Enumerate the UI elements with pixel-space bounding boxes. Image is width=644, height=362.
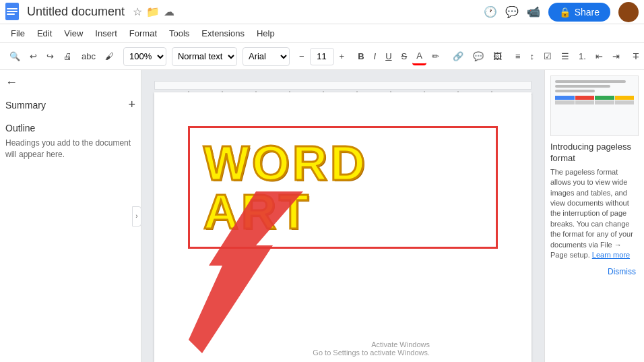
svg-rect-1	[7, 8, 18, 9]
print-button[interactable]: 🖨	[59, 49, 76, 64]
panel-dismiss-section: Dismiss	[550, 264, 639, 279]
menu-insert[interactable]: Insert	[90, 27, 123, 40]
doc-title[interactable]: Untitled document	[27, 5, 125, 19]
sidebar: ← Summary + Outline Headings you add to …	[0, 70, 141, 362]
search-button[interactable]: 🔍	[5, 49, 24, 64]
menu-view[interactable]: View	[59, 27, 88, 40]
bold-button[interactable]: B	[354, 49, 368, 64]
folder-icon[interactable]: 📁	[146, 5, 160, 18]
title-right-section: 🕐 💬 📹 🔒 Share	[484, 2, 639, 22]
main-area: ← Summary + Outline Headings you add to …	[0, 70, 644, 362]
document-page[interactable]: WORD ART	[154, 92, 532, 362]
preview-cell-6	[575, 100, 595, 104]
paint-format-button[interactable]: 🖌	[101, 49, 118, 64]
image-button[interactable]: 🖼	[489, 49, 506, 64]
menu-format[interactable]: Format	[124, 27, 162, 40]
menu-edit[interactable]: Edit	[32, 27, 57, 40]
share-label: Share	[575, 7, 600, 18]
title-bar: Untitled document ☆ 📁 ☁ 🕐 💬 📹 🔒 Share	[0, 0, 644, 24]
sidebar-outline-hint: Headings you add to the document will ap…	[5, 138, 135, 160]
menu-tools[interactable]: Tools	[164, 27, 195, 40]
cloud-icon[interactable]: ☁	[164, 5, 174, 18]
preview-cell-3	[595, 96, 614, 100]
history-icon[interactable]: 🕐	[484, 5, 497, 18]
word-art-text: WORD ART	[203, 139, 482, 236]
star-icon[interactable]: ☆	[133, 5, 142, 18]
menu-file[interactable]: File	[5, 27, 30, 40]
right-panel: Introducing pageless format The pageless…	[544, 70, 644, 362]
svg-rect-2	[7, 11, 18, 12]
text-color-button[interactable]: A	[412, 48, 426, 65]
increase-indent-button[interactable]: ⇥	[608, 49, 624, 64]
clear-formatting-button[interactable]: T̶	[629, 49, 643, 64]
preview-cell-4	[615, 96, 635, 100]
panel-preview	[550, 76, 639, 136]
preview-line-3	[555, 90, 595, 92]
sidebar-outline-section: Outline Headings you add to the document…	[5, 123, 135, 160]
underline-button[interactable]: U	[381, 49, 395, 64]
share-button[interactable]: 🔒 Share	[548, 3, 610, 22]
menu-bar: File Edit View Insert Format Tools Exten…	[0, 24, 644, 43]
sidebar-summary-section: Summary +	[5, 95, 135, 115]
content-area[interactable]: WORD ART Activate Windows	[141, 70, 544, 362]
dismiss-button[interactable]: Dismiss	[605, 264, 639, 279]
preview-cell-8	[615, 100, 635, 104]
line-spacing-button[interactable]: ↕	[526, 49, 539, 64]
preview-lines	[551, 76, 638, 109]
avatar[interactable]	[618, 2, 639, 22]
preview-line-2	[555, 85, 610, 88]
paragraph-style-select[interactable]: Normal text Heading 1 Heading 2	[172, 47, 237, 66]
decrease-font-button[interactable]: −	[295, 49, 309, 64]
preview-table	[555, 96, 634, 104]
sidebar-back-button[interactable]: ←	[5, 76, 135, 90]
checklist-button[interactable]: ☑	[540, 49, 556, 64]
sidebar-outline-title: Outline	[5, 123, 135, 133]
title-action-icons: ☆ 📁 ☁	[133, 5, 174, 18]
font-select[interactable]: Arial Times New Roman	[243, 47, 290, 66]
highlight-button[interactable]: ✏	[428, 49, 443, 64]
spellcheck-button[interactable]: abc	[77, 49, 100, 64]
preview-cell-5	[555, 100, 575, 104]
undo-button[interactable]: ↩	[26, 49, 41, 64]
preview-cell-1	[555, 96, 575, 100]
sidebar-collapse-button[interactable]: ›	[132, 206, 141, 227]
sidebar-summary-label: Summary	[5, 100, 46, 111]
strikethrough-button[interactable]: S	[397, 49, 412, 64]
doc-icon	[5, 3, 22, 22]
align-button[interactable]: ≡	[511, 49, 525, 64]
word-art-container: WORD ART	[188, 126, 498, 249]
link-button[interactable]: 🔗	[449, 49, 468, 64]
lock-icon: 🔒	[559, 7, 571, 18]
panel-desc-text: The pageless format allows you to view w…	[550, 168, 633, 259]
preview-cell-7	[595, 100, 614, 104]
learn-more-link[interactable]: Learn more	[592, 251, 630, 259]
redo-button[interactable]: ↪	[42, 49, 58, 64]
increase-font-button[interactable]: +	[335, 49, 349, 64]
content-wrapper: WORD ART Activate Windows	[141, 70, 644, 362]
font-size-input[interactable]	[310, 48, 334, 65]
italic-button[interactable]: I	[370, 49, 381, 64]
comment-icon[interactable]: 💬	[505, 5, 519, 18]
video-icon[interactable]: 📹	[527, 5, 540, 18]
numbered-list-button[interactable]: 1.	[575, 49, 590, 64]
sidebar-add-button[interactable]: +	[128, 98, 135, 112]
preview-cell-2	[575, 96, 595, 100]
preview-line-1	[555, 80, 626, 83]
horizontal-ruler	[154, 81, 532, 90]
panel-description: The pageless format allows you to view w…	[550, 167, 639, 261]
svg-rect-3	[7, 13, 15, 15]
toolbar: 🔍 ↩ ↪ 🖨 abc 🖌 100% 75% 125% Normal text …	[0, 43, 644, 70]
zoom-select[interactable]: 100% 75% 125%	[123, 47, 166, 66]
bulleted-list-button[interactable]: ☰	[557, 49, 573, 64]
menu-extensions[interactable]: Extensions	[196, 27, 250, 40]
decrease-indent-button[interactable]: ⇤	[591, 49, 607, 64]
menu-help[interactable]: Help	[251, 27, 280, 40]
panel-title: Introducing pageless format	[550, 142, 639, 164]
comment-toolbar-button[interactable]: 💬	[469, 49, 488, 64]
